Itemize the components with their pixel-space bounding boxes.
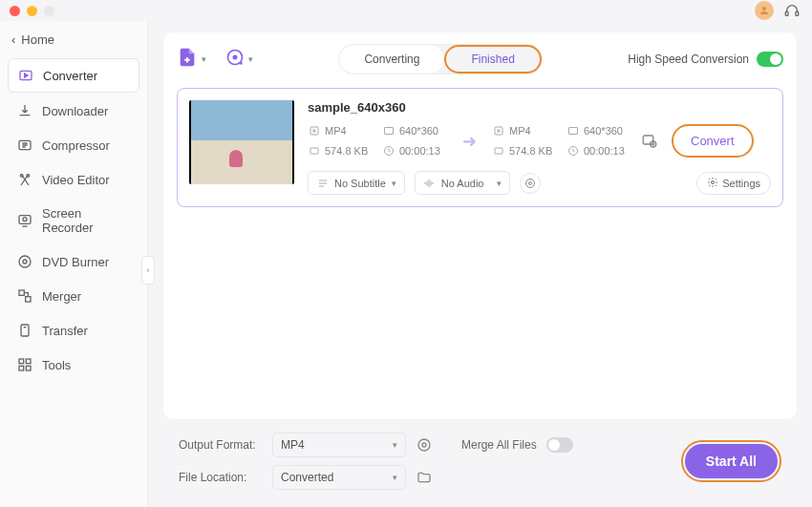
svg-rect-1	[785, 11, 788, 15]
source-duration: 00:00:13	[399, 145, 440, 157]
sidebar-item-label: Screen Recorder	[42, 206, 130, 235]
svg-rect-17	[26, 366, 31, 370]
sidebar-collapse-handle[interactable]: ‹	[141, 256, 155, 285]
chevron-down-icon: ▾	[393, 473, 397, 482]
sidebar-item-transfer[interactable]: Transfer	[8, 314, 139, 347]
chevron-left-icon: ‹	[11, 32, 15, 47]
add-disc-icon	[225, 48, 245, 71]
resolution-icon	[382, 125, 395, 137]
output-format-settings-icon[interactable]	[416, 436, 433, 454]
merge-label: Merge All Files	[461, 438, 537, 452]
size-icon	[308, 145, 320, 158]
svg-rect-22	[384, 128, 393, 135]
high-speed-label: High Speed Conversion	[628, 53, 749, 66]
screen-recorder-icon	[17, 213, 32, 228]
svg-point-0	[762, 7, 766, 11]
sidebar-item-label: Video Editor	[42, 173, 110, 187]
file-name: sample_640x360	[308, 100, 771, 115]
svg-rect-14	[19, 359, 24, 364]
convert-button[interactable]: Convert	[672, 124, 754, 158]
start-all-button[interactable]: Start All	[685, 444, 778, 478]
video-editor-icon	[17, 172, 32, 187]
settings-label: Settings	[722, 178, 760, 189]
sidebar-item-compressor[interactable]: Compressor	[8, 129, 139, 161]
svg-point-19	[233, 55, 236, 58]
sidebar-item-label: Tools	[42, 358, 71, 372]
svg-rect-20	[310, 127, 318, 135]
source-format: MP4	[325, 125, 347, 137]
tab-finished[interactable]: Finished	[444, 45, 541, 74]
svg-point-34	[418, 439, 430, 451]
format-icon	[492, 125, 504, 137]
settings-button[interactable]: Settings	[696, 172, 771, 195]
converter-icon	[18, 68, 33, 83]
sidebar-item-merger[interactable]: Merger	[8, 280, 139, 312]
svg-rect-16	[19, 366, 24, 370]
source-resolution: 640*360	[399, 125, 438, 137]
sidebar-item-label: Transfer	[42, 324, 88, 338]
svg-rect-2	[796, 11, 799, 15]
video-thumbnail[interactable]	[189, 100, 294, 184]
output-format-label: Output Format:	[179, 438, 263, 452]
status-tabs: Converting Finished	[338, 44, 542, 74]
svg-point-30	[528, 181, 531, 184]
subtitle-icon	[316, 177, 329, 189]
sidebar-item-screen-recorder[interactable]: Screen Recorder	[8, 198, 139, 243]
main-area: ▾ ▾ Converting Finished High Speed Conve…	[148, 21, 812, 507]
svg-rect-21	[310, 148, 318, 154]
dvd-burner-icon	[17, 254, 32, 269]
svg-rect-26	[568, 128, 577, 135]
sidebar-item-video-editor[interactable]: Video Editor	[8, 163, 139, 196]
source-size: 574.8 KB	[325, 145, 368, 157]
file-location-label: File Location:	[179, 471, 263, 484]
chevron-down-icon: ▾	[248, 54, 253, 64]
svg-point-32	[712, 180, 715, 183]
svg-point-33	[422, 443, 426, 447]
home-back-button[interactable]: ‹ Home	[0, 27, 147, 53]
sidebar-item-label: Downloader	[42, 104, 108, 118]
svg-point-8	[23, 218, 27, 222]
merge-toggle[interactable]	[546, 437, 573, 453]
size-icon	[492, 145, 504, 158]
sidebar-item-downloader[interactable]: Downloader	[8, 95, 139, 127]
subtitle-value: No Subtitle	[334, 178, 386, 189]
file-card: sample_640x360 MP4 574.8 KB 640*360 00:0…	[177, 88, 783, 207]
add-file-button[interactable]: ▾	[177, 47, 206, 72]
sidebar-item-label: DVD Burner	[42, 255, 109, 269]
duration-icon	[382, 145, 395, 158]
svg-rect-25	[495, 148, 502, 154]
support-headset-icon[interactable]	[783, 2, 801, 19]
sidebar-item-label: Merger	[42, 289, 81, 304]
svg-rect-24	[495, 127, 502, 135]
maximize-window-button[interactable]	[44, 6, 54, 16]
window-titlebar	[0, 0, 812, 21]
format-icon	[308, 125, 320, 137]
tab-converting[interactable]: Converting	[339, 45, 444, 74]
sidebar-item-label: Compressor	[42, 138, 110, 153]
close-window-button[interactable]	[10, 6, 20, 16]
duration-icon	[566, 145, 579, 158]
minimize-window-button[interactable]	[27, 6, 37, 16]
high-speed-toggle[interactable]	[757, 52, 783, 67]
svg-point-10	[23, 260, 27, 264]
open-folder-icon[interactable]	[416, 469, 433, 486]
chevron-down-icon: ▾	[393, 440, 397, 450]
subtitle-dropdown[interactable]: No Subtitle ▾	[308, 171, 405, 195]
output-settings-icon[interactable]	[641, 133, 658, 150]
sidebar-item-tools[interactable]: Tools	[8, 349, 139, 381]
add-dvd-button[interactable]: ▾	[225, 48, 253, 71]
arrow-right-icon: ➜	[462, 131, 477, 152]
sidebar-item-dvd-burner[interactable]: DVD Burner	[8, 245, 139, 278]
file-location-select[interactable]: Converted ▾	[272, 465, 406, 490]
transfer-icon	[17, 323, 32, 338]
audio-dropdown[interactable]: No Audio ▾	[415, 171, 510, 195]
sidebar-item-label: Converter	[43, 69, 97, 83]
output-format-select[interactable]: MP4 ▾	[272, 433, 406, 457]
audio-icon	[423, 177, 436, 189]
sidebar-item-converter[interactable]: Converter	[8, 58, 139, 93]
info-button[interactable]	[520, 173, 541, 194]
user-avatar-icon[interactable]	[755, 1, 774, 20]
svg-rect-28	[643, 136, 653, 144]
compressor-icon	[17, 137, 32, 153]
svg-rect-15	[26, 359, 31, 364]
